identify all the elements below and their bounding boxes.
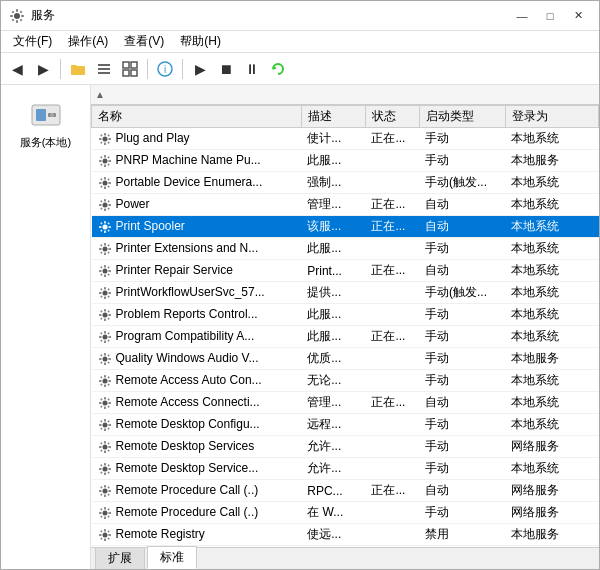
cell-desc: 管理... (301, 194, 365, 216)
cell-login: 本地系统 (505, 260, 598, 282)
cell-startup: 手动 (419, 238, 505, 260)
table-row[interactable]: Quality Windows Audio V...优质...手动本地服务 (92, 348, 599, 370)
close-button[interactable]: ✕ (565, 6, 591, 26)
table-row[interactable]: Printer Extensions and N...此服...手动本地系统 (92, 238, 599, 260)
table-row[interactable]: Power管理...正在...自动本地系统 (92, 194, 599, 216)
cell-status: 正在... (365, 194, 419, 216)
svg-rect-87 (107, 266, 110, 269)
svg-rect-119 (108, 358, 111, 360)
col-header-name[interactable]: 名称 (92, 106, 302, 128)
svg-rect-152 (104, 441, 106, 444)
toolbar-pause[interactable]: ⏸ (240, 57, 264, 81)
service-icon (98, 373, 116, 387)
toolbar-restart[interactable] (266, 57, 290, 81)
cell-login: 网络服务 (505, 480, 598, 502)
menu-help[interactable]: 帮助(H) (172, 31, 229, 52)
service-icon (98, 153, 116, 167)
svg-rect-139 (107, 405, 110, 408)
toolbar-folder[interactable] (66, 57, 90, 81)
svg-rect-84 (100, 266, 103, 269)
sidebar-item-services-local[interactable]: 服务(本地) (1, 93, 90, 156)
table-row[interactable]: Remote Access Auto Con...无论...手动本地系统 (92, 370, 599, 392)
svg-rect-157 (107, 449, 110, 452)
table-row[interactable]: PNRP Machine Name Pu...此服...手动本地服务 (92, 150, 599, 172)
cell-name: Remote Access Connecti... (92, 392, 302, 414)
table-row[interactable]: Program Compatibility A...此服...正在...手动本地… (92, 326, 599, 348)
toolbar-stop[interactable]: ⏹ (214, 57, 238, 81)
table-row[interactable]: PrintWorkflowUserSvc_57...提供...手动(触发...本… (92, 282, 599, 304)
svg-rect-164 (108, 468, 111, 470)
menu-bar: 文件(F) 操作(A) 查看(V) 帮助(H) (1, 31, 599, 53)
toolbar-info[interactable]: i (153, 57, 177, 81)
cell-status: 正在... (365, 128, 419, 150)
col-header-status[interactable]: 状态 (365, 106, 419, 128)
col-header-startup[interactable]: 启动类型 (419, 106, 505, 128)
service-icon (98, 131, 116, 145)
svg-rect-195 (107, 530, 110, 533)
toolbar-separator-3 (182, 59, 183, 79)
svg-rect-105 (107, 310, 110, 313)
svg-rect-100 (99, 314, 102, 316)
table-row[interactable]: Printer Repair ServicePrint...正在...自动本地系… (92, 260, 599, 282)
svg-rect-17 (131, 70, 137, 76)
cell-startup: 手动(触发... (419, 172, 505, 194)
svg-point-160 (102, 466, 107, 471)
toolbar-back[interactable]: ◀ (5, 57, 29, 81)
svg-rect-48 (100, 178, 103, 181)
svg-rect-40 (107, 163, 110, 166)
svg-rect-186 (107, 508, 110, 511)
col-header-desc[interactable]: 描述 (301, 106, 365, 128)
table-row[interactable]: Remote Procedure Call (..)RPC...正在...自动网… (92, 480, 599, 502)
col-header-login[interactable]: 登录为 (505, 106, 598, 128)
svg-point-24 (50, 113, 54, 117)
svg-rect-145 (99, 424, 102, 426)
service-name-text: Remote Desktop Services (116, 439, 255, 453)
svg-rect-12 (98, 68, 110, 70)
table-row[interactable]: Problem Reports Control...此服...手动本地系统 (92, 304, 599, 326)
minimize-button[interactable]: — (509, 6, 535, 26)
tab-standard[interactable]: 标准 (147, 546, 197, 569)
svg-rect-47 (108, 182, 111, 184)
svg-rect-11 (98, 64, 110, 66)
menu-file[interactable]: 文件(F) (5, 31, 60, 52)
menu-view[interactable]: 查看(V) (116, 31, 172, 52)
svg-rect-28 (99, 138, 102, 140)
table-row[interactable]: Remote Desktop Services允许...手动网络服务 (92, 436, 599, 458)
cell-status (365, 282, 419, 304)
svg-rect-80 (104, 265, 106, 268)
cell-startup: 手动 (419, 458, 505, 480)
maximize-button[interactable]: □ (537, 6, 563, 26)
svg-point-178 (102, 510, 107, 515)
table-row[interactable]: Portable Device Enumera...强制...手动(触发...本… (92, 172, 599, 194)
svg-rect-46 (99, 182, 102, 184)
svg-rect-93 (100, 288, 103, 291)
collapse-arrow[interactable]: ▲ (95, 89, 105, 100)
table-row[interactable]: Remote Desktop Service...允许...手动本地系统 (92, 458, 599, 480)
services-table-container[interactable]: 名称 描述 状态 启动类型 登录为 Plug an (91, 105, 599, 547)
cell-desc: 此服... (301, 304, 365, 326)
toolbar-play[interactable]: ▶ (188, 57, 212, 81)
svg-rect-114 (107, 332, 110, 335)
toolbar-list[interactable] (92, 57, 116, 81)
table-row[interactable]: Remote Procedure Call (..)在 W...手动网络服务 (92, 502, 599, 524)
toolbar-forward[interactable]: ▶ (31, 57, 55, 81)
svg-rect-180 (104, 516, 106, 519)
tab-extended[interactable]: 扩展 (95, 547, 145, 569)
cell-startup: 手动 (419, 370, 505, 392)
table-row[interactable]: Print Spooler该服...正在...自动本地系统 (92, 216, 599, 238)
cell-name: PNRP Machine Name Pu... (92, 150, 302, 172)
table-row[interactable]: Plug and Play使计...正在...手动本地系统 (92, 128, 599, 150)
svg-rect-16 (123, 70, 129, 76)
cell-desc: 管理... (301, 392, 365, 414)
table-row[interactable]: Remote Desktop Configu...远程...手动本地系统 (92, 414, 599, 436)
cell-status (365, 238, 419, 260)
service-name-text: Print Spooler (116, 219, 185, 233)
menu-action[interactable]: 操作(A) (60, 31, 116, 52)
cell-desc: 使远... (301, 524, 365, 546)
svg-rect-63 (104, 230, 106, 233)
toolbar-view[interactable] (118, 57, 142, 81)
cell-desc: 允许... (301, 458, 365, 480)
table-row[interactable]: Remote Registry使远...禁用本地服务 (92, 524, 599, 546)
table-row[interactable]: Remote Access Connecti...管理...正在...自动本地系… (92, 392, 599, 414)
cell-desc: 此服... (301, 150, 365, 172)
